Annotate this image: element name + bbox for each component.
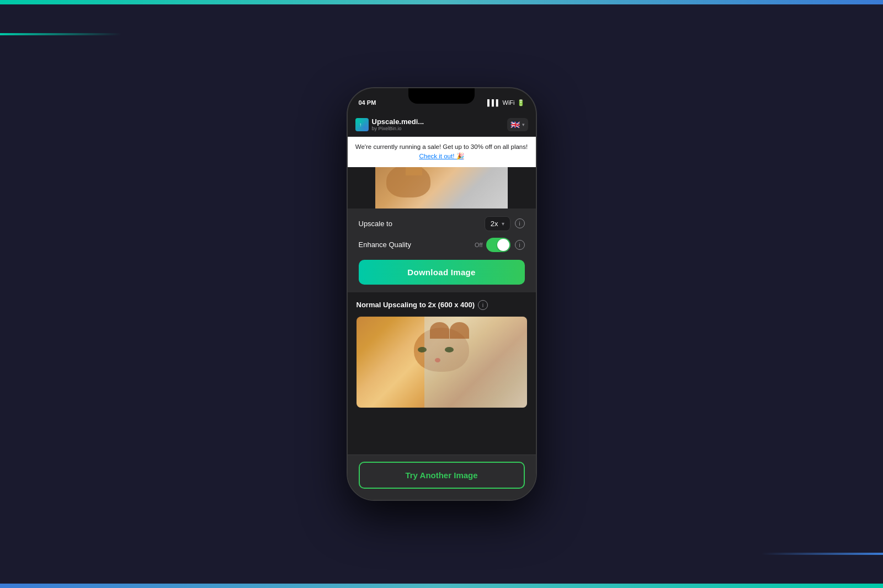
- nav-bar: ↑ Upscale.medi... by PixelBin.io 🇬🇧 ▾: [348, 113, 536, 137]
- upscale-control-row: Upscale to 2x ▾ i: [359, 216, 525, 231]
- dynamic-island: [408, 88, 475, 104]
- flag-icon: 🇬🇧: [510, 120, 520, 129]
- enhance-toggle[interactable]: [486, 238, 510, 252]
- phone-frame: 04 PM ▌▌▌ WiFi 🔋: [347, 87, 537, 501]
- cat-image-partial: [375, 167, 508, 209]
- cat-bg-window: [424, 317, 526, 408]
- bg-accent-top: [0, 0, 883, 4]
- scrollable-content: Upscale to 2x ▾ i Enhance Quality: [348, 167, 536, 455]
- bottom-bar: Try Another Image: [348, 455, 536, 500]
- upscale-info-icon[interactable]: i: [515, 218, 525, 228]
- controls-section: Upscale to 2x ▾ i Enhance Quality: [348, 209, 536, 292]
- bg-accent-right: [762, 553, 883, 555]
- result-title: Normal Upscaling to 2x (600 x 400): [357, 301, 475, 309]
- cat-eye-right: [445, 347, 454, 352]
- svg-text:↑: ↑: [359, 122, 362, 127]
- toggle-group: Off: [475, 238, 510, 252]
- status-indicators: ▌▌▌ WiFi 🔋: [487, 99, 524, 106]
- logo: ↑ Upscale.medi... by PixelBin.io: [355, 117, 424, 131]
- result-info-icon[interactable]: i: [478, 300, 488, 310]
- logo-text-group: Upscale.medi... by PixelBin.io: [372, 117, 424, 131]
- status-time: 04 PM: [359, 99, 376, 106]
- bg-accent-left: [0, 33, 121, 35]
- enhance-info-icon[interactable]: i: [515, 240, 525, 250]
- upscale-value: 2x: [491, 220, 498, 228]
- enhance-label: Enhance Quality: [359, 240, 411, 249]
- enhance-control-row: Enhance Quality Off i: [359, 238, 525, 252]
- status-bar: 04 PM ▌▌▌ WiFi 🔋: [348, 88, 536, 113]
- download-button[interactable]: Download Image: [359, 260, 525, 285]
- battery-icon: 🔋: [517, 99, 525, 106]
- signal-icon: ▌▌▌: [487, 99, 500, 106]
- logo-title: Upscale.medi...: [372, 117, 424, 126]
- chevron-down-icon: ▾: [522, 122, 525, 127]
- sale-banner: We're currently running a sale! Get up t…: [348, 137, 536, 167]
- result-section: Normal Upscaling to 2x (600 x 400) i: [348, 292, 536, 415]
- cat-eye-left: [418, 347, 427, 352]
- toggle-knob: [497, 239, 509, 251]
- upscale-right: 2x ▾ i: [485, 216, 525, 231]
- sale-link[interactable]: Check it out! 🎉: [419, 153, 464, 159]
- sale-text: We're currently running a sale! Get up t…: [355, 143, 528, 150]
- cat-ear-right: [450, 322, 469, 339]
- enhance-right: Off i: [475, 238, 524, 252]
- result-title-row: Normal Upscaling to 2x (600 x 400) i: [357, 300, 527, 310]
- upscaled-cat-image: [357, 317, 527, 408]
- logo-subtitle: by PixelBin.io: [372, 126, 424, 131]
- logo-icon: ↑: [355, 118, 369, 131]
- try-another-button[interactable]: Try Another Image: [359, 462, 525, 489]
- image-partial-top: [348, 167, 536, 209]
- dropdown-arrow-icon: ▾: [502, 221, 504, 227]
- upscale-label: Upscale to: [359, 220, 392, 228]
- wifi-icon: WiFi: [503, 99, 515, 106]
- cat-nose: [435, 358, 440, 362]
- bg-accent-bottom: [0, 584, 883, 588]
- language-selector[interactable]: 🇬🇧 ▾: [507, 118, 528, 131]
- screen-content: 04 PM ▌▌▌ WiFi 🔋: [348, 88, 536, 500]
- upscale-dropdown[interactable]: 2x ▾: [485, 216, 510, 231]
- toggle-off-label: Off: [475, 242, 482, 248]
- phone-screen: 04 PM ▌▌▌ WiFi 🔋: [348, 88, 536, 500]
